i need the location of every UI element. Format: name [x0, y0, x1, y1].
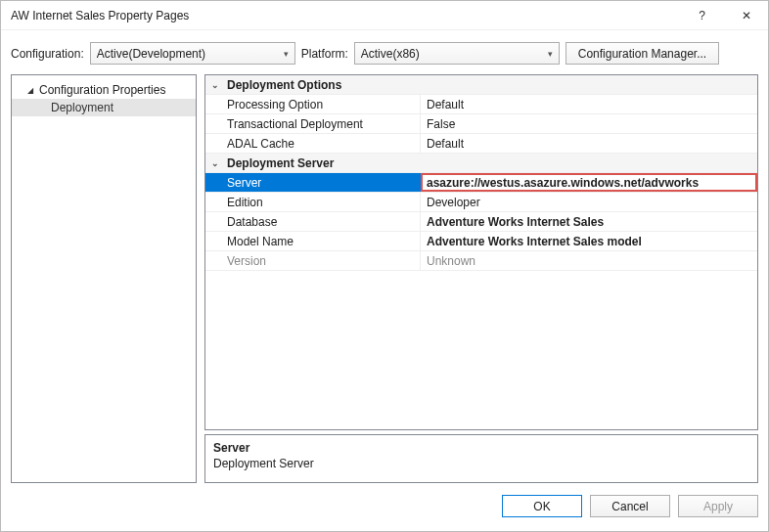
platform-label: Platform:	[301, 47, 348, 61]
configuration-combo[interactable]: Active(Development) ▾	[90, 42, 295, 65]
close-icon[interactable]: ✕	[724, 1, 768, 30]
property-value[interactable]: Default	[421, 95, 757, 113]
property-grid: ⌄Deployment OptionsProcessing OptionDefa…	[204, 74, 758, 430]
expand-icon: ⌄	[211, 154, 221, 173]
property-name: Database	[205, 212, 421, 231]
chevron-down-icon: ▾	[284, 49, 289, 59]
category-label: Deployment Server	[227, 154, 334, 173]
config-bar: Configuration: Active(Development) ▾ Pla…	[1, 30, 768, 74]
property-row[interactable]: VersionUnknown	[205, 251, 757, 271]
property-value[interactable]: Adventure Works Internet Sales model	[421, 232, 757, 250]
property-row[interactable]: ADAL CacheDefault	[205, 134, 757, 154]
tree-node-deployment[interactable]: Deployment	[12, 99, 196, 116]
property-value[interactable]: Adventure Works Internet Sales	[421, 212, 757, 231]
property-row[interactable]: EditionDeveloper	[205, 193, 757, 212]
property-name: Server	[205, 173, 421, 192]
property-category[interactable]: ⌄Deployment Options	[205, 75, 757, 95]
titlebar: AW Internet Sales Property Pages ? ✕	[1, 1, 768, 30]
cancel-button[interactable]: Cancel	[590, 495, 670, 517]
configuration-label: Configuration:	[11, 47, 84, 61]
window-title: AW Internet Sales Property Pages	[11, 9, 680, 22]
property-row[interactable]: Processing OptionDefault	[205, 95, 757, 114]
platform-value: Active(x86)	[361, 47, 420, 61]
property-row[interactable]: Model NameAdventure Works Internet Sales…	[205, 232, 757, 251]
property-name: ADAL Cache	[205, 134, 421, 153]
property-name: Version	[205, 251, 421, 270]
dialog-footer: OK Cancel Apply	[1, 483, 768, 531]
property-name: Edition	[205, 193, 421, 211]
expand-icon: ⌄	[211, 75, 221, 95]
property-name: Model Name	[205, 232, 421, 250]
config-manager-button[interactable]: Configuration Manager...	[565, 42, 719, 65]
property-category[interactable]: ⌄Deployment Server	[205, 154, 757, 173]
nav-tree[interactable]: ◢ Configuration Properties Deployment	[11, 74, 197, 483]
collapse-icon: ◢	[27, 86, 35, 95]
description-title: Server	[213, 441, 749, 455]
platform-combo[interactable]: Active(x86) ▾	[354, 42, 560, 65]
property-name: Transactional Deployment	[205, 114, 421, 133]
property-value[interactable]: Developer	[421, 193, 757, 211]
tree-node-label: Configuration Properties	[39, 83, 165, 97]
help-icon[interactable]: ?	[680, 1, 724, 30]
property-value[interactable]: asazure://westus.asazure.windows.net/adv…	[421, 173, 757, 192]
property-value[interactable]: Default	[421, 134, 757, 153]
configuration-value: Active(Development)	[97, 47, 205, 61]
chevron-down-icon: ▾	[548, 49, 553, 59]
property-name: Processing Option	[205, 95, 421, 113]
description-text: Deployment Server	[213, 457, 749, 470]
apply-button: Apply	[678, 495, 758, 517]
property-row[interactable]: Transactional DeploymentFalse	[205, 114, 757, 134]
category-label: Deployment Options	[227, 75, 341, 95]
description-pane: Server Deployment Server	[204, 434, 758, 483]
property-row[interactable]: Serverasazure://westus.asazure.windows.n…	[205, 173, 757, 193]
property-value[interactable]: Unknown	[421, 251, 757, 270]
ok-button[interactable]: OK	[502, 495, 582, 517]
property-row[interactable]: DatabaseAdventure Works Internet Sales	[205, 212, 757, 232]
tree-node-config-props[interactable]: ◢ Configuration Properties	[12, 81, 196, 99]
property-value[interactable]: False	[421, 114, 757, 133]
